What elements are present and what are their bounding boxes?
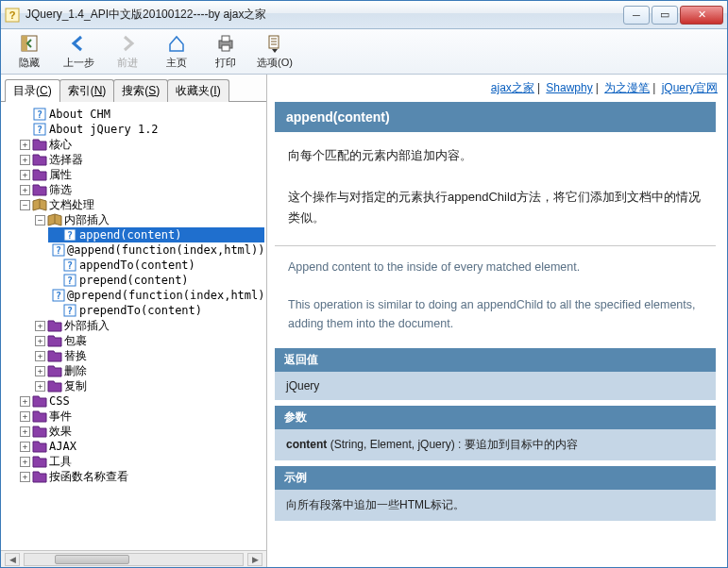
help-page-icon: ? (32, 123, 47, 136)
book-icon (32, 425, 47, 438)
book-icon (47, 364, 62, 377)
expand-icon[interactable]: + (35, 366, 45, 376)
tree-item-selected[interactable]: ?append(content) (48, 227, 264, 242)
tree-item[interactable]: ?About CHM (18, 107, 264, 122)
expand-icon[interactable]: + (20, 457, 30, 467)
expand-icon[interactable]: + (20, 442, 30, 452)
tree-item[interactable]: ?@prepend(function(index,html)) (48, 288, 264, 303)
tree-item[interactable]: +包裹 (33, 333, 264, 348)
tree-item[interactable]: ?prependTo(content) (48, 303, 264, 318)
tree-item[interactable]: ?@append(function(index,html)) (48, 242, 264, 258)
link-shawphy[interactable]: Shawphy (546, 81, 592, 94)
svg-text:?: ? (37, 125, 42, 135)
tab-favorites[interactable]: 收藏夹(I) (167, 79, 229, 102)
tree-item[interactable]: +选择器 (18, 152, 264, 167)
tree-item[interactable]: +AJAX (18, 439, 264, 454)
horizontal-scrollbar[interactable]: ◀ ▶ (1, 550, 266, 567)
hide-nav-button[interactable]: 隐藏 (7, 31, 52, 72)
print-label: 打印 (215, 56, 236, 70)
help-page-icon: ? (62, 259, 77, 272)
tree-item[interactable]: +CSS (18, 393, 264, 409)
svg-rect-6 (222, 45, 229, 51)
tree-item[interactable]: −文档处理 (18, 197, 264, 212)
body: 目录(C) 索引(N) 搜索(S) 收藏夹(I) ?About CHM ?Abo… (1, 75, 727, 567)
book-icon (32, 138, 47, 151)
expand-icon[interactable]: + (35, 321, 45, 331)
expand-icon[interactable]: + (20, 155, 30, 165)
book-icon (32, 168, 47, 181)
content-pane: ajax之家| Shawphy| 为之漫笔| jQuery官网 append(c… (267, 75, 727, 567)
tab-search[interactable]: 搜索(S) (113, 79, 168, 102)
scroll-track[interactable] (24, 553, 244, 566)
svg-text:?: ? (67, 230, 73, 241)
tree-item[interactable]: +按函数名称查看 (18, 469, 264, 484)
section-example-header: 示例 (275, 466, 716, 490)
maximize-button[interactable]: ▭ (652, 6, 678, 25)
book-icon (32, 409, 47, 423)
toolbar: 隐藏 上一步 前进 主页 打印 选项(O) (1, 29, 727, 75)
divider (275, 245, 716, 246)
tree-item[interactable]: +删除 (33, 363, 264, 378)
back-button[interactable]: 上一步 (56, 31, 101, 72)
svg-text:?: ? (37, 109, 42, 120)
forward-label: 前进 (117, 56, 138, 70)
tree-view[interactable]: ?About CHM ?About jQuery 1.2 +核心 +选择器 +属… (1, 102, 266, 550)
tree-item[interactable]: +属性 (18, 167, 264, 182)
tree-item[interactable]: +效果 (18, 424, 264, 439)
tree-item[interactable]: +事件 (18, 409, 264, 424)
expand-icon[interactable]: + (35, 336, 45, 346)
scroll-right-icon[interactable]: ▶ (247, 553, 262, 566)
doc-content[interactable]: append(content) 向每个匹配的元素内部追加内容。 这个操作与对指定… (267, 102, 727, 567)
home-button[interactable]: 主页 (154, 31, 199, 72)
collapse-icon[interactable]: − (35, 215, 45, 226)
link-ajaxhome[interactable]: ajax之家 (491, 81, 534, 94)
forward-button[interactable]: 前进 (105, 31, 150, 72)
expand-icon[interactable]: + (20, 140, 30, 150)
tree-item[interactable]: +工具 (18, 454, 264, 469)
tree-item[interactable]: +筛选 (18, 182, 264, 197)
scroll-left-icon[interactable]: ◀ (5, 553, 20, 566)
expand-icon[interactable]: + (35, 381, 45, 392)
expand-icon[interactable]: + (20, 426, 30, 437)
window-controls: ─ ▭ ✕ (621, 6, 723, 25)
book-icon (47, 379, 62, 393)
expand-icon[interactable]: + (20, 170, 30, 180)
tree-item[interactable]: ?prepend(content) (48, 273, 264, 288)
expand-icon[interactable]: + (20, 396, 30, 407)
book-icon (32, 153, 47, 166)
collapse-icon[interactable]: − (20, 200, 30, 210)
tree-item[interactable]: +替换 (33, 348, 264, 363)
svg-text:?: ? (67, 276, 73, 286)
scroll-thumb[interactable] (55, 555, 129, 564)
section-example-body: 向所有段落中追加一些HTML标记。 (275, 490, 716, 521)
book-icon (47, 349, 62, 362)
tab-index[interactable]: 索引(N) (59, 79, 115, 102)
tab-toc[interactable]: 目录(C) (5, 79, 60, 102)
help-page-icon: ? (62, 304, 77, 317)
close-button[interactable]: ✕ (680, 6, 723, 25)
tree-item[interactable]: −内部插入 (33, 212, 264, 227)
minimize-button[interactable]: ─ (623, 6, 650, 25)
help-page-icon: ? (52, 243, 65, 257)
titlebar[interactable]: ? JQuery_1.4_API中文版20100122----by ajax之家… (1, 1, 727, 29)
options-button[interactable]: 选项(O) (252, 31, 297, 72)
expand-icon[interactable]: + (35, 351, 45, 361)
help-page-icon: ? (32, 108, 47, 121)
tree-item[interactable]: +复制 (33, 378, 264, 393)
tree-item[interactable]: +核心 (18, 137, 264, 152)
expand-icon[interactable]: + (20, 472, 30, 482)
link-jquery-official[interactable]: jQuery官网 (662, 81, 718, 94)
tree-item[interactable]: +外部插入 (33, 318, 264, 333)
book-icon (47, 334, 62, 347)
link-wzmb[interactable]: 为之漫笔 (604, 81, 650, 94)
param-type: (String, Element, jQuery) (330, 438, 455, 451)
window-title: JQuery_1.4_API中文版20100122----by ajax之家 (25, 7, 621, 23)
tree-item[interactable]: ?About jQuery 1.2 (18, 122, 264, 137)
forward-icon (117, 33, 138, 54)
param-desc: : 要追加到目标中的内容 (458, 438, 578, 451)
tree-item[interactable]: ?appendTo(content) (48, 258, 264, 273)
print-button[interactable]: 打印 (203, 31, 248, 72)
book-icon (32, 470, 47, 483)
expand-icon[interactable]: + (20, 411, 30, 422)
expand-icon[interactable]: + (20, 185, 30, 195)
